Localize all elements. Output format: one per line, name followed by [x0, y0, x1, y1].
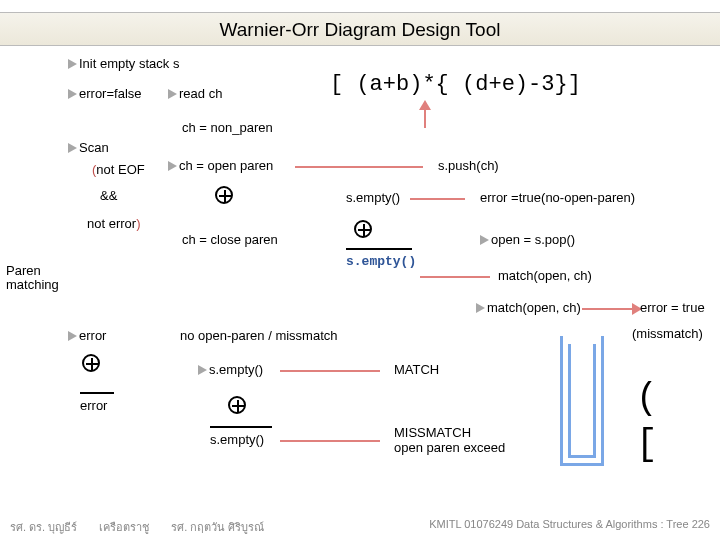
node-init: Init empty stack s — [68, 56, 179, 71]
bar-error-2 — [80, 392, 114, 394]
node-s-push: s.push(ch) — [438, 158, 499, 173]
footer-author-3: รศ. กฤตวัน ศิริบูรณ์ — [171, 518, 264, 536]
bar-sempty-2 — [346, 248, 412, 250]
node-sempty-3: s.empty() — [198, 362, 263, 377]
node-match-1: match(open, ch) — [498, 268, 592, 283]
node-paren-matching: Parenmatching — [6, 264, 66, 293]
node-open-pop: open = s.pop() — [480, 232, 575, 247]
node-err-false: error=false — [68, 86, 142, 101]
node-err-true: error = true — [640, 300, 705, 315]
bar-sempty-4 — [210, 426, 272, 428]
title-bar: Warnier-Orr Diagram Design Tool — [0, 12, 720, 46]
node-sempty-4: s.empty() — [210, 432, 264, 447]
node-match-caps: MATCH — [394, 362, 439, 377]
node-mismatch-caps: MISSMATCH open paren exceed — [394, 426, 505, 456]
glyph-paren: ( — [636, 378, 658, 419]
node-not-eof: ((not EOFnot EOF — [92, 162, 145, 177]
plus-2 — [354, 220, 372, 241]
title-text: Warnier-Orr Diagram Design Tool — [220, 19, 501, 40]
line-mismatch — [280, 440, 380, 442]
node-ch-open: ch = open paren — [168, 158, 273, 173]
glyph-bracket: [ — [636, 424, 658, 465]
node-error-2: error — [80, 398, 107, 413]
node-match-2: match(open, ch) — [476, 300, 581, 315]
footer-course: KMITL 01076249 Data Structures & Algorit… — [429, 518, 710, 536]
arrow-stem — [424, 108, 426, 128]
node-error-1: error — [68, 328, 106, 343]
plus-3 — [82, 354, 100, 375]
line-match-right — [582, 308, 632, 310]
plus-1 — [215, 186, 233, 207]
node-missmatch: (missmatch) — [632, 326, 703, 341]
formula-expr: [ (a+b)*{ (d+e)-3}] — [330, 72, 581, 97]
line-match-left — [420, 276, 490, 278]
node-read-ch: read ch — [168, 86, 222, 101]
line-match-caps — [280, 370, 380, 372]
line-open — [295, 166, 423, 168]
footer-author-1: รศ. ดร. บุญธีร์ — [10, 518, 77, 536]
footer: รศ. ดร. บุญธีร์ เครือตราชู รศ. กฤตวัน ศิ… — [0, 518, 720, 536]
node-scan: Scan — [68, 140, 109, 155]
node-ch-close: ch = close paren — [182, 232, 278, 247]
arrow-head — [419, 100, 431, 110]
footer-author-2: เครือตราชู — [99, 518, 149, 536]
node-sempty-1: s.empty() — [346, 190, 400, 205]
node-err-noopen: error =true(no-open-paren) — [480, 190, 635, 205]
node-not-error: not error) — [87, 216, 140, 231]
node-ch-nonparen: ch = non_paren — [182, 120, 273, 135]
plus-4 — [228, 396, 246, 417]
line-sempty1 — [410, 198, 465, 200]
node-sempty-2: s.empty() — [346, 254, 416, 269]
stack-bracket-inner — [568, 344, 596, 458]
node-no-open-miss: no open-paren / missmatch — [180, 328, 338, 343]
node-and: && — [100, 188, 117, 203]
